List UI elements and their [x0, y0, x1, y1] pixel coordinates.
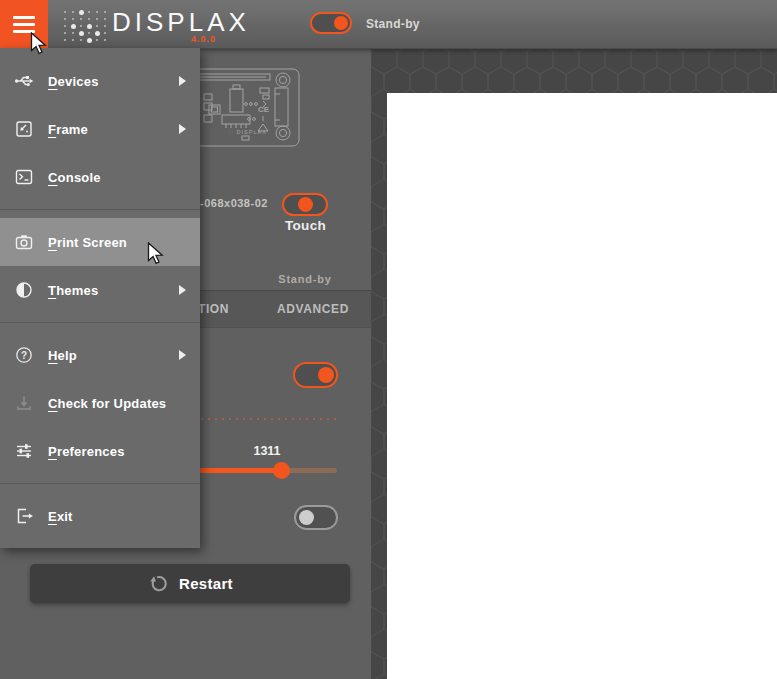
displax-dot-matrix-logo	[62, 9, 110, 43]
menu-item-label: Help	[48, 348, 77, 363]
exit-icon	[14, 506, 34, 526]
displax-app-window: CE :: DISPLAX -068x038-02 Touch Stand-by…	[0, 0, 777, 679]
tab-advanced[interactable]: ADVANCED	[277, 291, 349, 327]
global-standby-toggle[interactable]	[310, 12, 352, 34]
download-icon	[14, 393, 34, 413]
menu-item-help[interactable]: ?Help	[0, 331, 200, 379]
toggle-knob	[299, 510, 314, 525]
sliders-icon	[14, 441, 34, 461]
touch-standby-toggle[interactable]	[282, 193, 328, 216]
menu-item-label: Print Screen	[48, 235, 127, 250]
top-bar: DISPLAX 4.0.0 Stand-by	[0, 0, 777, 49]
submenu-chevron-icon	[179, 350, 186, 360]
menu-item-frame[interactable]: Frame	[0, 105, 200, 153]
theme-icon	[14, 280, 34, 300]
camera-icon	[14, 232, 34, 252]
svg-text:CE: CE	[258, 105, 270, 114]
submenu-chevron-icon	[179, 124, 186, 134]
toggle-knob	[298, 197, 313, 212]
menu-item-print-screen[interactable]: Print Screen	[0, 218, 200, 266]
menu-item-label: Devices	[48, 74, 99, 89]
menu-item-label: Preferences	[48, 444, 125, 459]
help-icon: ?	[14, 345, 34, 365]
menu-item-preferences[interactable]: Preferences	[0, 427, 200, 475]
menu-item-themes[interactable]: Themes	[0, 266, 200, 314]
advanced-feature-toggle[interactable]	[293, 362, 338, 388]
menu-item-label: Console	[48, 170, 101, 185]
app-version: 4.0.0	[150, 34, 216, 44]
menu-divider	[0, 483, 200, 484]
touch-state-label: Stand-by	[272, 273, 338, 285]
tab-partially-hidden[interactable]: TION	[198, 291, 229, 327]
main-menu-dropdown: DevicesFrameConsolePrint ScreenThemes?He…	[0, 48, 200, 548]
menu-item-devices[interactable]: Devices	[0, 57, 200, 105]
usb-icon	[14, 71, 34, 91]
menu-item-label: Themes	[48, 283, 98, 298]
svg-text:?: ?	[21, 350, 27, 361]
submenu-chevron-icon	[179, 285, 186, 295]
menu-item-label: Exit	[48, 509, 73, 524]
advanced-feature-toggle-off[interactable]	[294, 505, 338, 530]
device-model-label: -068x038-02	[200, 197, 268, 209]
menu-divider	[0, 322, 200, 323]
hamburger-icon	[13, 16, 35, 19]
console-icon	[14, 167, 34, 187]
slider-value-label: 1311	[237, 444, 297, 458]
restart-icon	[147, 574, 167, 594]
menu-item-exit[interactable]: Exit	[0, 492, 200, 540]
toggle-knob	[318, 367, 334, 383]
touch-section-title: Touch	[285, 218, 326, 233]
standby-label: Stand-by	[366, 17, 420, 31]
menu-divider	[0, 209, 200, 210]
screen-preview-canvas	[387, 93, 777, 679]
submenu-chevron-icon	[179, 76, 186, 86]
menu-item-console[interactable]: Console	[0, 153, 200, 201]
menu-item-check-for-updates[interactable]: Check for Updates	[0, 379, 200, 427]
restart-button[interactable]: Restart	[30, 564, 350, 603]
menu-item-label: Frame	[48, 122, 88, 137]
restart-button-label: Restart	[179, 575, 233, 592]
hamburger-menu-button[interactable]	[0, 0, 48, 48]
slider-thumb[interactable]	[273, 462, 290, 479]
svg-text::: DISPLAX: :: DISPLAX	[229, 129, 267, 135]
menu-item-label: Check for Updates	[48, 396, 166, 411]
toggle-knob	[334, 16, 348, 30]
frame-icon	[14, 119, 34, 139]
